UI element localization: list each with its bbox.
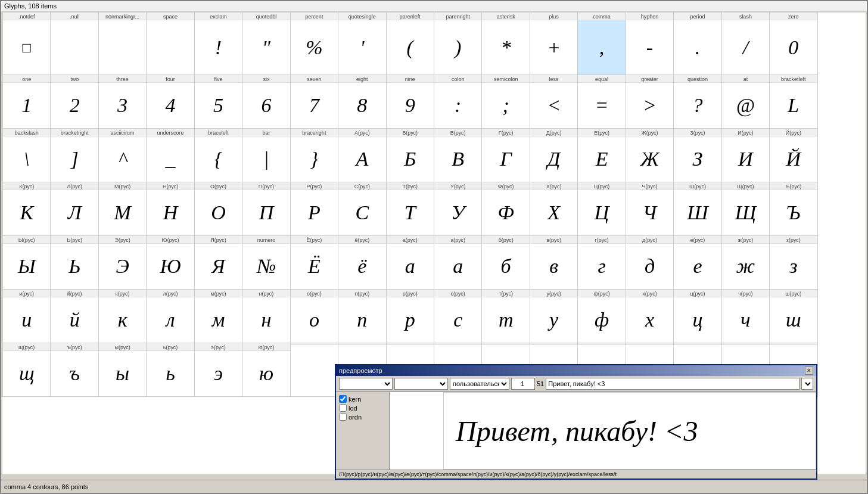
glyph-cell[interactable]: zero0 [770, 13, 817, 75]
glyph-cell[interactable]: ъ(рус)ъ [51, 343, 98, 397]
glyph-cell[interactable]: б(рус)б [482, 236, 530, 290]
glyph-cell[interactable]: Ц(рус)Ц [578, 182, 626, 236]
glyph-cell[interactable]: exclam! [195, 13, 242, 75]
glyph-cell[interactable]: Э(рус)Э [99, 236, 147, 290]
style-select[interactable] [394, 378, 448, 390]
glyph-cell[interactable]: э(рус)э [195, 343, 242, 397]
glyph-cell[interactable]: п(рус)п [338, 290, 386, 343]
glyph-cell[interactable]: eight8 [338, 75, 386, 129]
glyph-cell[interactable]: quotesingle' [338, 13, 386, 75]
glyph-cell[interactable]: ё(рус)ё [338, 236, 386, 290]
glyph-cell[interactable]: two2 [51, 75, 98, 129]
glyph-cell[interactable]: bracketright] [51, 129, 98, 182]
glyph-cell[interactable]: ь(рус)ь [147, 343, 194, 397]
glyph-cell[interactable]: в(рус)в [530, 236, 578, 290]
glyph-cell[interactable]: Д(рус)Д [530, 129, 578, 182]
glyph-cell[interactable]: е(рус)е [674, 236, 721, 290]
glyph-cell[interactable]: quotedbl" [242, 13, 290, 75]
kern-checkbox[interactable] [339, 395, 347, 403]
glyph-cell[interactable]: Щ(рус)Щ [722, 182, 770, 236]
glyph-cell[interactable]: о(рус)о [291, 290, 338, 343]
glyph-cell[interactable]: л(рус)л [147, 290, 194, 343]
glyph-cell[interactable]: asterisk* [482, 13, 530, 75]
glyph-cell[interactable]: colon: [434, 75, 482, 129]
glyph-cell[interactable]: ч(рус)ч [722, 290, 770, 343]
glyph-cell[interactable]: р(рус)р [387, 290, 434, 343]
glyph-cell[interactable]: Л(рус)Л [51, 182, 98, 236]
glyph-cell[interactable]: Г(рус)Г [482, 129, 530, 182]
glyph-cell[interactable]: asciicirum^ [99, 129, 147, 182]
glyph-cell[interactable]: ю(рус)ю [242, 343, 290, 397]
glyph-cell[interactable]: и(рус)и [3, 290, 51, 343]
glyph-cell[interactable]: В(рус)В [434, 129, 482, 182]
preview-text-input[interactable] [546, 378, 799, 390]
glyph-cell[interactable]: Н(рус)Н [147, 182, 194, 236]
glyph-cell[interactable]: four4 [147, 75, 194, 129]
glyph-cell[interactable]: period. [674, 13, 721, 75]
glyph-cell[interactable]: М(рус)М [99, 182, 147, 236]
glyph-cell[interactable]: м(рус)м [195, 290, 242, 343]
glyph-cell[interactable]: щ(рус)щ [3, 343, 51, 397]
glyph-cell[interactable]: с(рус)с [434, 290, 482, 343]
glyph-cell[interactable]: Х(рус)Х [530, 182, 578, 236]
glyph-cell[interactable]: numero№ [242, 236, 290, 290]
glyph-cell[interactable]: Ч(рус)Ч [626, 182, 674, 236]
glyph-cell[interactable]: nonmarkingr... [99, 13, 147, 75]
glyph-cell[interactable]: З(рус)З [674, 129, 721, 182]
glyph-cell[interactable]: three3 [99, 75, 147, 129]
glyph-cell[interactable]: Р(рус)Р [291, 182, 338, 236]
glyph-cell[interactable]: less< [530, 75, 578, 129]
glyph-cell[interactable]: plus+ [530, 13, 578, 75]
glyph-cell[interactable]: space [147, 13, 194, 75]
glyph-cell[interactable]: ц(рус)ц [674, 290, 721, 343]
glyph-cell[interactable]: х(рус)х [626, 290, 674, 343]
preview-close-button[interactable]: ✕ [805, 366, 813, 375]
glyph-cell[interactable]: д(рус)д [626, 236, 674, 290]
glyph-cell[interactable]: С(рус)С [338, 182, 386, 236]
glyph-cell[interactable]: А(рус)А [338, 129, 386, 182]
glyph-cell[interactable]: У(рус)У [434, 182, 482, 236]
lod-checkbox[interactable] [339, 404, 347, 412]
glyph-cell[interactable]: parenright) [434, 13, 482, 75]
glyph-cell[interactable]: semicolon; [482, 75, 530, 129]
glyph-cell[interactable]: slash/ [722, 13, 770, 75]
glyph-cell[interactable]: ж(рус)ж [722, 236, 770, 290]
glyph-cell[interactable]: Ж(рус)Ж [626, 129, 674, 182]
glyph-cell[interactable]: percent% [291, 13, 338, 75]
glyph-cell[interactable]: Ю(рус)Ю [147, 236, 194, 290]
glyph-cell[interactable]: bar| [242, 129, 290, 182]
glyph-cell[interactable]: з(рус)з [770, 236, 817, 290]
glyph-cell[interactable]: one1 [3, 75, 51, 129]
ordn-checkbox[interactable] [339, 413, 347, 421]
glyph-cell[interactable]: т(рус)т [482, 290, 530, 343]
font-select[interactable] [339, 378, 393, 390]
glyph-cell[interactable]: seven7 [291, 75, 338, 129]
glyph-cell[interactable]: Ф(рус)Ф [482, 182, 530, 236]
glyph-cell[interactable]: five5 [195, 75, 242, 129]
glyph-cell[interactable]: к(рус)к [99, 290, 147, 343]
glyph-cell[interactable]: а(рус)а [434, 236, 482, 290]
glyph-cell[interactable]: parenleft( [387, 13, 434, 75]
glyph-cell[interactable]: Ъ(рус)Ъ [770, 182, 817, 236]
glyph-cell[interactable] [291, 343, 338, 397]
glyph-cell[interactable]: Ь(рус)Ь [51, 236, 98, 290]
glyph-cell[interactable]: Б(рус)Б [387, 129, 434, 182]
preview-mode-select[interactable]: ▼ [801, 378, 813, 390]
glyph-cell[interactable]: greater> [626, 75, 674, 129]
glyph-cell[interactable]: ы(рус)ы [99, 343, 147, 397]
size-select[interactable]: пользовательск [450, 378, 509, 390]
glyph-cell[interactable]: И(рус)И [722, 129, 770, 182]
glyph-cell[interactable]: .notdef□ [3, 13, 51, 75]
glyph-cell[interactable]: Я(рус)Я [195, 236, 242, 290]
glyph-cell[interactable]: six6 [242, 75, 290, 129]
glyph-cell[interactable]: К(рус)К [3, 182, 51, 236]
glyph-cell[interactable]: н(рус)н [242, 290, 290, 343]
glyph-cell[interactable]: П(рус)П [242, 182, 290, 236]
glyph-cell[interactable]: г(рус)г [578, 236, 626, 290]
glyph-cell[interactable]: ф(рус)ф [578, 290, 626, 343]
size-value-input[interactable] [511, 378, 535, 390]
glyph-cell[interactable]: at@ [722, 75, 770, 129]
glyph-cell[interactable]: Ы(рус)Ы [3, 236, 51, 290]
glyph-cell[interactable]: braceleft{ [195, 129, 242, 182]
glyph-cell[interactable]: ш(рус)ш [770, 290, 817, 343]
